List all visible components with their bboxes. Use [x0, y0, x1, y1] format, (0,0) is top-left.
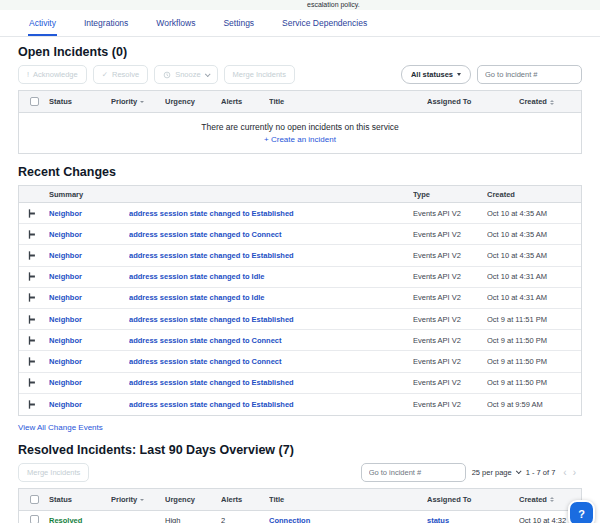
resolved-incidents-pagination: 25 per page 1 - 7 of 7 ‹› [361, 463, 582, 482]
snooze-button[interactable]: Snooze [154, 65, 217, 84]
change-type: Events API V2 [413, 209, 487, 218]
column-priority[interactable]: Priority [111, 495, 165, 504]
snooze-label: Snooze [175, 70, 200, 79]
sort-icon [550, 100, 554, 105]
change-event-row: Neighbor address session state changed t… [19, 267, 581, 288]
column-priority[interactable]: Priority [111, 97, 165, 106]
column-status: Status [49, 495, 111, 504]
tab-settings[interactable]: Settings [222, 14, 255, 36]
empty-message: There are currently no open incidents on… [201, 122, 399, 132]
column-created[interactable]: Created [519, 97, 581, 106]
per-page-dropdown[interactable]: 25 per page [472, 468, 520, 477]
pagination-arrows: ‹› [563, 467, 582, 478]
change-type: Events API V2 [413, 230, 487, 239]
change-source-link[interactable]: Neighbor [49, 357, 129, 366]
incident-title-link[interactable]: Connection changed to DOWN [269, 516, 341, 523]
change-event-row: Neighbor address session state changed t… [19, 309, 581, 330]
open-incidents-table: Status Priority Urgency Alerts Title Ass… [18, 90, 582, 154]
change-source-link[interactable]: Neighbor [49, 251, 129, 260]
change-source-link[interactable]: Neighbor [49, 209, 129, 218]
exclamation-icon: ! [27, 70, 29, 79]
column-urgency: Urgency [165, 97, 221, 106]
column-created: Created [487, 190, 581, 199]
change-source-link[interactable]: Neighbor [49, 315, 129, 324]
question-mark-icon: ? [578, 508, 585, 520]
chevron-down-icon [516, 469, 522, 475]
resolved-incidents-title: Resolved Incidents: Last 90 Days Overvie… [18, 443, 582, 457]
tab-activity[interactable]: Activity [28, 14, 57, 36]
change-created: Oct 9 at 11:50 PM [487, 357, 581, 366]
per-page-label: 25 per page [472, 468, 512, 477]
resolve-button[interactable]: ✓ Resolve [93, 65, 148, 84]
column-urgency: Urgency [165, 495, 221, 504]
snooze-clock-icon [163, 71, 171, 79]
change-summary-link[interactable]: address session state changed to Establi… [129, 209, 413, 218]
change-summary-link[interactable]: address session state changed to Establi… [129, 378, 413, 387]
change-created: Oct 10 at 4:35 AM [487, 251, 581, 260]
change-summary-link[interactable]: address session state changed to Connect [129, 230, 413, 239]
change-summary-link[interactable]: address session state changed to Establi… [129, 400, 413, 409]
resolved-incidents-toolbar: Merge Incidents 25 per page 1 - 7 of 7 ‹… [18, 463, 582, 482]
change-created: Oct 9 at 9:59 AM [487, 400, 581, 409]
change-event-icon [27, 356, 49, 367]
change-source-link[interactable]: Neighbor [49, 293, 129, 302]
incident-assigned-to-link[interactable]: status [427, 516, 519, 523]
change-event-icon [27, 399, 49, 410]
change-source-link[interactable]: Neighbor [49, 400, 129, 409]
merge-incidents-button[interactable]: Merge Incidents [224, 65, 295, 84]
change-type: Events API V2 [413, 357, 487, 366]
column-priority-label: Priority [111, 97, 137, 106]
open-incidents-section: Open Incidents (0) ! Acknowledge ✓ Resol… [0, 45, 600, 154]
goto-incident-input[interactable] [477, 65, 582, 84]
change-created: Oct 9 at 11:50 PM [487, 336, 581, 345]
recent-changes-table-header: Summary Type Created [19, 186, 581, 203]
change-summary-link[interactable]: address session state changed to Idle [129, 272, 413, 281]
column-title: Title [269, 495, 427, 504]
acknowledge-button[interactable]: ! Acknowledge [18, 65, 87, 84]
change-created: Oct 9 at 11:50 PM [487, 378, 581, 387]
resolved-incidents-rows: Resolved High 2 Connection changed to DO… [19, 511, 581, 523]
change-source-link[interactable]: Neighbor [49, 272, 129, 281]
select-all-checkbox[interactable] [30, 97, 39, 106]
change-type: Events API V2 [413, 336, 487, 345]
change-source-link[interactable]: Neighbor [49, 336, 129, 345]
change-event-row: Neighbor address session state changed t… [19, 203, 581, 224]
change-summary-link[interactable]: address session state changed to Establi… [129, 251, 413, 260]
goto-incident-input-bottom[interactable] [361, 463, 466, 482]
open-incidents-filters: All statuses [401, 65, 582, 84]
change-summary-link[interactable]: address session state changed to Connect [129, 336, 413, 345]
tab-bar: Activity Integrations Workflows Settings… [0, 14, 600, 37]
row-checkbox[interactable] [30, 515, 39, 523]
column-title: Title [269, 97, 427, 106]
prev-page-icon[interactable]: ‹ [563, 467, 572, 478]
create-incident-link[interactable]: + Create an incident [264, 135, 336, 144]
change-summary-link[interactable]: address session state changed to Establi… [129, 315, 413, 324]
recent-changes-section: Recent Changes Summary Type Created Neig… [0, 165, 600, 434]
tab-workflows[interactable]: Workflows [155, 14, 196, 36]
next-page-icon[interactable]: › [573, 467, 582, 478]
view-all-change-events-link[interactable]: View All Change Events [18, 423, 103, 432]
change-created: Oct 9 at 11:51 PM [487, 315, 581, 324]
change-summary-link[interactable]: address session state changed to Connect [129, 357, 413, 366]
change-source-link[interactable]: Neighbor [49, 230, 129, 239]
change-event-icon [27, 335, 49, 346]
all-statuses-dropdown[interactable]: All statuses [401, 65, 471, 84]
select-all-checkbox[interactable] [30, 495, 39, 504]
resolved-incidents-table-header: Status Priority Urgency Alerts Title Ass… [19, 489, 581, 511]
merge-label: Merge Incidents [233, 70, 286, 79]
change-type: Events API V2 [413, 251, 487, 260]
column-status: Status [49, 97, 111, 106]
change-source-link[interactable]: Neighbor [49, 378, 129, 387]
help-button[interactable]: ? [568, 500, 595, 523]
change-event-row: Neighbor address session state changed t… [19, 288, 581, 309]
merge-incidents-button[interactable]: Merge Incidents [18, 463, 89, 482]
tab-integrations[interactable]: Integrations [83, 14, 129, 36]
merge-label: Merge Incidents [27, 468, 80, 477]
resolved-incidents-section: Resolved Incidents: Last 90 Days Overvie… [0, 443, 600, 523]
column-summary: Summary [49, 190, 129, 199]
change-summary-link[interactable]: address session state changed to Idle [129, 293, 413, 302]
priority-caret-icon [140, 499, 144, 501]
all-statuses-label: All statuses [411, 70, 453, 79]
chevron-down-icon [204, 71, 210, 77]
tab-service-dependencies[interactable]: Service Dependencies [281, 14, 368, 36]
